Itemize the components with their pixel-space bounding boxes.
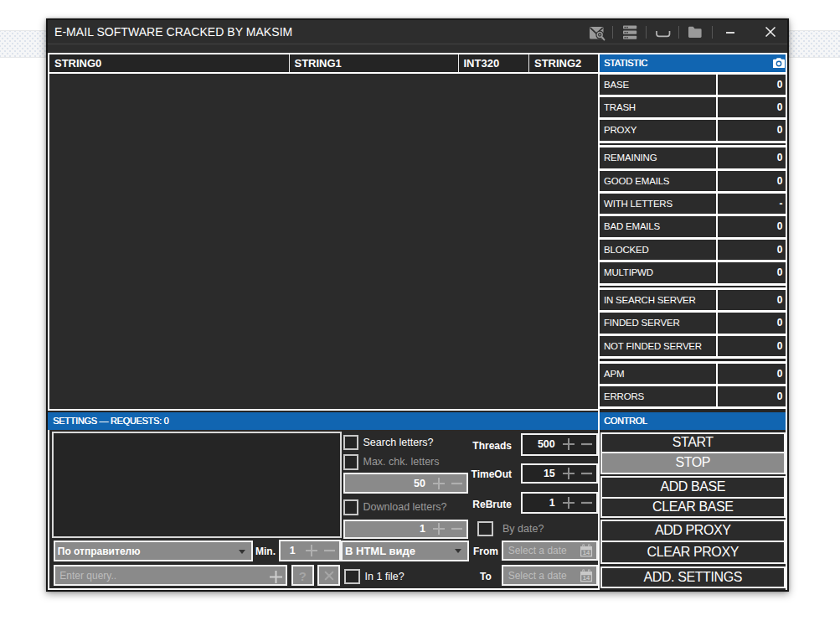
- svg-text:14: 14: [583, 550, 590, 557]
- svg-text:14: 14: [583, 574, 590, 582]
